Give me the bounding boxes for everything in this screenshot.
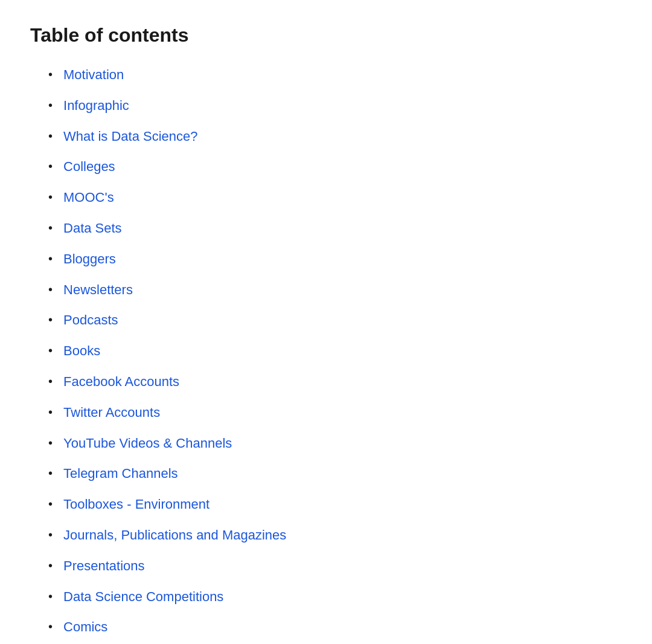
list-item: Data Sets <box>48 219 622 238</box>
toc-link-4[interactable]: MOOC's <box>63 188 114 207</box>
list-item: Podcasts <box>48 311 622 330</box>
list-item: Telegram Channels <box>48 465 622 483</box>
toc-link-13[interactable]: Telegram Channels <box>63 465 178 483</box>
toc-link-2[interactable]: What is Data Science? <box>63 127 198 146</box>
toc-link-8[interactable]: Podcasts <box>63 311 118 330</box>
toc-link-0[interactable]: Motivation <box>63 66 124 85</box>
list-item: Colleges <box>48 158 622 176</box>
toc-link-5[interactable]: Data Sets <box>63 219 122 238</box>
list-item: Toolboxes - Environment <box>48 495 622 514</box>
list-item: Presentations <box>48 557 622 576</box>
toc-link-6[interactable]: Bloggers <box>63 250 116 269</box>
toc-link-15[interactable]: Journals, Publications and Magazines <box>63 526 286 545</box>
table-of-contents-list: MotivationInfographicWhat is Data Scienc… <box>30 66 622 644</box>
toc-link-11[interactable]: Twitter Accounts <box>63 404 160 422</box>
toc-link-18[interactable]: Comics <box>63 618 107 637</box>
toc-link-12[interactable]: YouTube Videos & Channels <box>63 434 232 453</box>
toc-link-17[interactable]: Data Science Competitions <box>63 588 223 607</box>
list-item: What is Data Science? <box>48 127 622 146</box>
list-item: Data Science Competitions <box>48 588 622 607</box>
toc-link-10[interactable]: Facebook Accounts <box>63 373 179 391</box>
list-item: Journals, Publications and Magazines <box>48 526 622 545</box>
list-item: Facebook Accounts <box>48 373 622 391</box>
list-item: YouTube Videos & Channels <box>48 434 622 453</box>
list-item: Twitter Accounts <box>48 404 622 422</box>
toc-link-3[interactable]: Colleges <box>63 158 115 176</box>
toc-link-9[interactable]: Books <box>63 342 100 361</box>
toc-link-7[interactable]: Newsletters <box>63 281 133 300</box>
toc-link-14[interactable]: Toolboxes - Environment <box>63 495 209 514</box>
list-item: Bloggers <box>48 250 622 269</box>
toc-link-1[interactable]: Infographic <box>63 97 129 115</box>
list-item: Books <box>48 342 622 361</box>
list-item: Comics <box>48 618 622 637</box>
list-item: Newsletters <box>48 281 622 300</box>
list-item: MOOC's <box>48 188 622 207</box>
list-item: Infographic <box>48 97 622 115</box>
toc-link-16[interactable]: Presentations <box>63 557 145 576</box>
page-title: Table of contents <box>30 24 622 47</box>
list-item: Motivation <box>48 66 622 85</box>
